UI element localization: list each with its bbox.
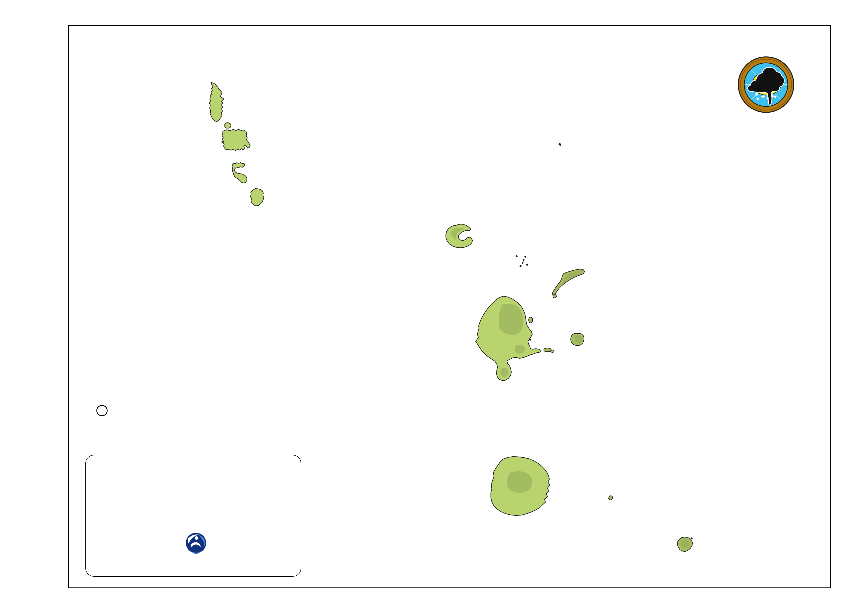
islet-dot-mere-lava (691, 538, 693, 539)
island-metoma (225, 123, 231, 129)
gaua-relief (507, 471, 532, 493)
niwa-logo (185, 532, 259, 556)
islet-pakea (544, 348, 551, 352)
vanua-lava-relief-lobe (501, 368, 508, 377)
islet-small-east (551, 350, 554, 352)
vmgd-emblem-icon (738, 57, 794, 112)
stations-legend-marker (97, 405, 107, 416)
map-page (0, 0, 868, 614)
stations-legend (97, 405, 107, 416)
islet-kwakea (529, 317, 533, 323)
islet-merig (609, 496, 612, 500)
rowa-islets (516, 255, 528, 267)
island-hiu (209, 82, 224, 121)
islet-ra (553, 295, 556, 298)
mota-relief (575, 336, 582, 343)
islet-dot-east (529, 338, 531, 341)
info-box (85, 455, 301, 577)
island-tegua (222, 129, 250, 150)
vmgd-logo (24, 57, 794, 293)
island-toga (251, 189, 264, 206)
islet-vot-tande (558, 143, 561, 146)
niwa-swirl-icon (185, 532, 208, 555)
island-lo (232, 163, 247, 183)
mere-lava-relief (680, 539, 690, 548)
